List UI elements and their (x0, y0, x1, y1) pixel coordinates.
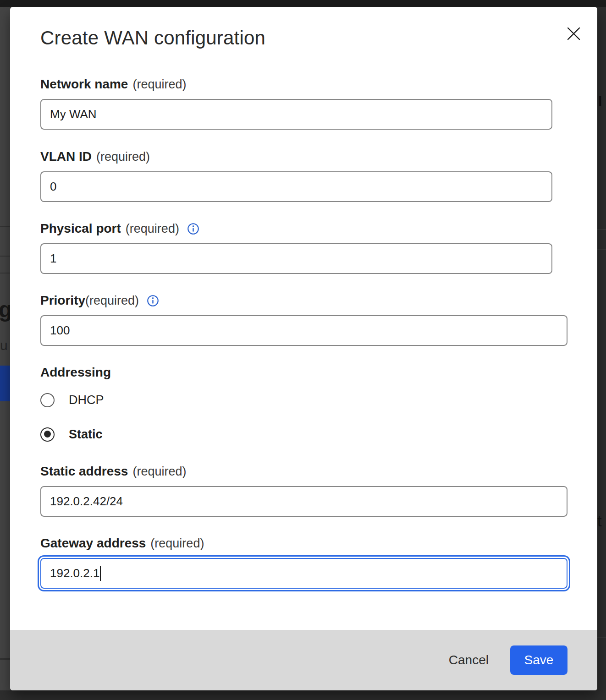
radio-label: DHCP (69, 393, 104, 407)
physical-port-input[interactable] (40, 243, 552, 274)
network-name-label: Network name (40, 77, 128, 92)
overlay-bottom-band (0, 690, 606, 700)
network-name-group: Network name (required) (40, 77, 597, 130)
background-table-line (597, 637, 606, 638)
background-text-fragment: t (597, 512, 601, 530)
background-table-line (0, 226, 10, 227)
static-address-label: Static address (40, 464, 128, 479)
radio-checked-icon (40, 427, 55, 442)
addressing-option-static[interactable]: Static (40, 427, 597, 442)
background-text-fragment: g (0, 297, 10, 322)
physical-port-group: Physical port (required) (40, 221, 597, 274)
required-hint: (required) (96, 150, 150, 164)
cancel-button[interactable]: Cancel (449, 653, 489, 667)
static-address-group: Static address (required) (40, 464, 597, 517)
background-table-line (0, 256, 10, 257)
gateway-address-label: Gateway address (40, 536, 146, 551)
static-address-input[interactable] (40, 486, 567, 517)
text-cursor (100, 566, 101, 581)
required-hint: (required) (132, 465, 186, 479)
network-name-input[interactable] (40, 99, 552, 130)
priority-group: Priority (required) (40, 293, 597, 346)
background-table-line (597, 229, 606, 230)
info-icon[interactable] (187, 223, 199, 235)
background-text-fragment: l (598, 94, 602, 109)
info-icon[interactable] (147, 295, 159, 307)
save-button[interactable]: Save (510, 645, 567, 675)
addressing-heading: Addressing (40, 365, 597, 380)
priority-label: Priority (40, 293, 85, 308)
background-table-line (0, 273, 10, 273)
overlay-top-band (0, 0, 606, 7)
background-table-line (597, 249, 606, 250)
required-hint: (required) (150, 536, 204, 551)
required-hint: (required) (85, 294, 139, 308)
required-hint: (required) (132, 77, 186, 92)
gateway-address-value: 192.0.2.1 (50, 566, 99, 580)
radio-unchecked-icon (40, 393, 55, 407)
overlay-left-strip: g u (0, 7, 10, 690)
radio-label: Static (69, 427, 103, 442)
background-text-fragment: u (0, 338, 8, 353)
priority-input[interactable] (40, 315, 567, 346)
create-wan-configuration-dialog: Create WAN configuration Network name (r… (10, 7, 597, 690)
overlay-right-strip: l t (597, 7, 606, 690)
background-table-line (0, 658, 10, 660)
gateway-address-input[interactable]: 192.0.2.1 (40, 558, 567, 589)
vlan-id-input[interactable] (40, 171, 552, 202)
vlan-id-group: VLAN ID (required) (40, 149, 597, 202)
close-icon[interactable] (563, 23, 584, 44)
addressing-option-dhcp[interactable]: DHCP (40, 392, 597, 408)
close-icon-glyph (566, 26, 581, 41)
physical-port-label: Physical port (40, 221, 121, 236)
required-hint: (required) (126, 222, 179, 236)
gateway-address-group: Gateway address (required) 192.0.2.1 (40, 536, 597, 589)
dialog-footer: Cancel Save (10, 630, 597, 690)
vlan-id-label: VLAN ID (40, 149, 92, 164)
background-button-fragment (0, 366, 10, 401)
page-title: Create WAN configuration (40, 27, 597, 49)
